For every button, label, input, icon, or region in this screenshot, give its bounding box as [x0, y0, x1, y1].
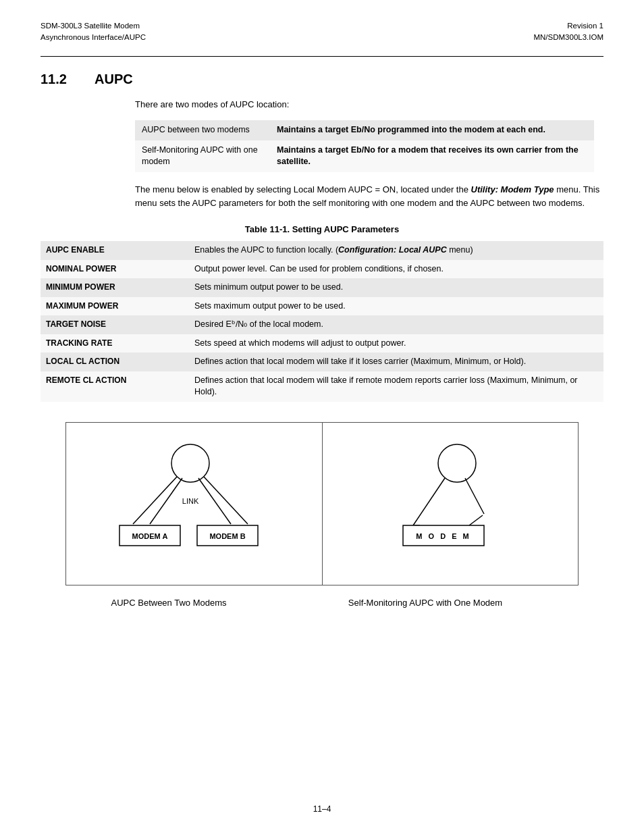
- diagram-svg-left: LINK MODEM A MODEM B: [86, 436, 302, 571]
- param-name: REMOTE CL ACTION: [41, 371, 189, 402]
- mode-description: Maintains a target Eb/No for a modem tha…: [270, 140, 594, 172]
- param-desc: Enables the AUPC to function locally. (C…: [189, 241, 603, 260]
- param-table: AUPC ENABLEEnables the AUPC to function …: [41, 241, 603, 402]
- svg-point-10: [438, 444, 476, 482]
- page-number: 11–4: [313, 804, 331, 814]
- table-row: TRACKING RATESets speed at which modems …: [41, 334, 603, 353]
- section-number: 11.2: [41, 72, 74, 87]
- table-row: LOCAL CL ACTIONDefines action that local…: [41, 353, 603, 371]
- diagram-panel-left: LINK MODEM A MODEM B: [66, 423, 323, 585]
- mode-name: Self-Monitoring AUPC with one modem: [135, 140, 270, 172]
- header-left: SDM-300L3 Satellite Modem Asynchronous I…: [41, 20, 146, 44]
- body-para: The menu below is enabled by selecting L…: [135, 183, 603, 211]
- page-footer: 11–4: [0, 804, 644, 814]
- header-revision: Revision 1: [533, 20, 603, 32]
- header-divider: [41, 56, 603, 57]
- table-row: TARGET NOISEDesired Eᵇ/N₀ of the local m…: [41, 315, 603, 334]
- section-title: 11.2 AUPC: [41, 72, 603, 87]
- table-title: Table 11-1. Setting AUPC Parameters: [41, 224, 603, 234]
- page-header: SDM-300L3 Satellite Modem Asynchronous I…: [41, 20, 603, 44]
- param-name: MAXIMUM POWER: [41, 297, 189, 316]
- mode-table: AUPC between two modemsMaintains a targe…: [135, 120, 594, 172]
- param-desc: Sets maximum output power to be used.: [189, 297, 603, 316]
- param-name: NOMINAL POWER: [41, 260, 189, 279]
- param-desc: Defines action that local modem will tak…: [189, 371, 603, 402]
- caption-right: Self-Monitoring AUPC with One Modem: [297, 594, 554, 608]
- svg-line-11: [413, 478, 445, 525]
- diagram-svg-right: M O D E M: [349, 436, 552, 571]
- table-row: MINIMUM POWERSets minimum output power t…: [41, 278, 603, 297]
- diagram-panel-right: M O D E M: [323, 423, 579, 585]
- svg-text:MODEM A: MODEM A: [132, 532, 168, 540]
- header-right: Revision 1 MN/SDM300L3.IOM: [533, 20, 603, 44]
- svg-line-12: [465, 478, 484, 514]
- table-row: AUPC ENABLEEnables the AUPC to function …: [41, 241, 603, 260]
- param-desc: Defines action that local modem will tak…: [189, 353, 603, 371]
- intro-text: There are two modes of AUPC location:: [135, 98, 603, 111]
- param-name: TRACKING RATE: [41, 334, 189, 353]
- table-row: REMOTE CL ACTIONDefines action that loca…: [41, 371, 603, 402]
- caption-left: AUPC Between Two Modems: [41, 594, 297, 608]
- param-name: LOCAL CL ACTION: [41, 353, 189, 371]
- header-docnum: MN/SDM300L3.IOM: [533, 32, 603, 43]
- diagram-wrapper: LINK MODEM A MODEM B: [65, 422, 579, 585]
- param-desc: Desired Eᵇ/N₀ of the local modem.: [189, 315, 603, 334]
- table-row: NOMINAL POWEROutput power level. Can be …: [41, 260, 603, 279]
- diagram-section: LINK MODEM A MODEM B: [41, 422, 603, 585]
- svg-text:M O D E M: M O D E M: [416, 532, 471, 540]
- mode-name: AUPC between two modems: [135, 120, 270, 140]
- svg-text:MODEM B: MODEM B: [210, 532, 246, 540]
- section-heading: AUPC: [95, 72, 133, 87]
- param-name: MINIMUM POWER: [41, 278, 189, 297]
- header-product: SDM-300L3 Satellite Modem: [41, 20, 146, 32]
- svg-point-0: [171, 444, 209, 482]
- param-name: AUPC ENABLE: [41, 241, 189, 260]
- param-desc: Sets minimum output power to be used.: [189, 278, 603, 297]
- param-name: TARGET NOISE: [41, 315, 189, 334]
- param-desc: Output power level. Can be used for prob…: [189, 260, 603, 279]
- mode-description: Maintains a target Eb/No programmed into…: [270, 120, 594, 140]
- param-desc: Sets speed at which modems will adjust t…: [189, 334, 603, 353]
- svg-text:LINK: LINK: [182, 497, 199, 505]
- header-section: Asynchronous Interface/AUPC: [41, 32, 146, 43]
- diagram-captions: AUPC Between Two Modems Self-Monitoring …: [41, 594, 554, 608]
- svg-line-13: [469, 515, 483, 525]
- table-row: MAXIMUM POWERSets maximum output power t…: [41, 297, 603, 316]
